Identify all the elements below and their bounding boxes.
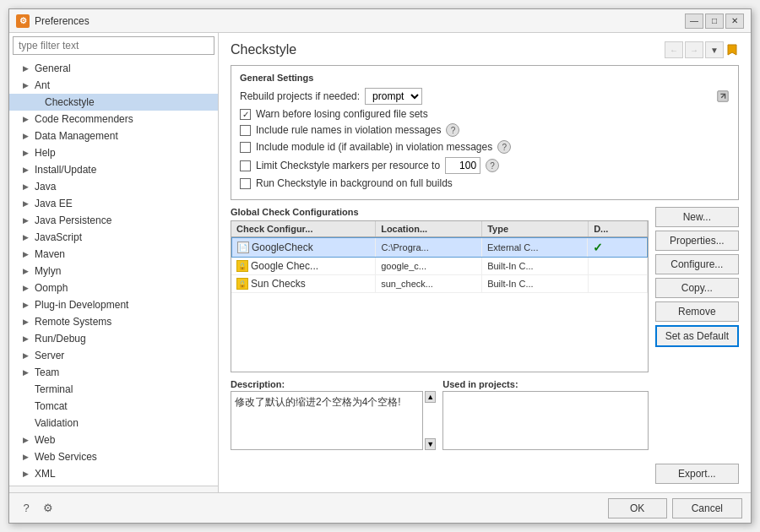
rule-names-checkbox[interactable] xyxy=(240,125,251,136)
arrow-icon: ▶ xyxy=(23,284,31,292)
cancel-button[interactable]: Cancel xyxy=(672,498,742,518)
cell-name: 🔒 Sun Checks xyxy=(231,275,376,292)
cell-type: External C... xyxy=(482,238,588,257)
help-button[interactable]: ? xyxy=(18,500,35,517)
set-as-default-button[interactable]: Set as Default xyxy=(655,325,739,347)
rebuild-select[interactable]: prompt always never xyxy=(365,88,422,105)
maximize-button[interactable]: □ xyxy=(705,14,724,29)
limit-input[interactable] xyxy=(445,157,480,174)
sidebar-item-terminal[interactable]: Terminal xyxy=(9,381,218,398)
sidebar-item-remote-systems[interactable]: ▶ Remote Systems xyxy=(9,313,218,330)
arrow-icon: ▶ xyxy=(23,250,31,258)
global-config-section: Global Check Configurations Check Config… xyxy=(231,207,739,484)
arrow-icon: ▶ xyxy=(23,233,31,242)
sidebar-item-install-update[interactable]: ▶ Install/Update xyxy=(9,161,218,178)
sidebar-item-xml[interactable]: ▶ XML xyxy=(9,465,218,482)
sidebar-item-javascript[interactable]: ▶ JavaScript xyxy=(9,229,218,246)
ok-button[interactable]: OK xyxy=(608,498,667,518)
sidebar-item-label: Plug-in Development xyxy=(35,299,128,311)
sidebar-item-run-debug[interactable]: ▶ Run/Debug xyxy=(9,330,218,347)
back-button[interactable]: ← xyxy=(665,41,683,58)
sidebar-item-oomph[interactable]: ▶ Oomph xyxy=(9,280,218,296)
sidebar-item-data-management[interactable]: ▶ Data Management xyxy=(9,128,218,144)
sidebar-item-java-persistence[interactable]: ▶ Java Persistence xyxy=(9,212,218,229)
close-button[interactable]: ✕ xyxy=(725,14,744,29)
description-text[interactable]: 修改了默认的缩进2个空格为4个空格! xyxy=(231,391,423,450)
content-area: Checkstyle ← → ▼ General Settings Rebuil… xyxy=(219,33,751,492)
limit-checkbox[interactable] xyxy=(240,160,251,171)
sidebar-item-label: JavaScript xyxy=(35,231,82,243)
arrow-icon: ▶ xyxy=(23,334,31,343)
sidebar-item-team[interactable]: ▶ Team xyxy=(9,364,218,381)
table-row[interactable]: 🔒 Sun Checks sun_check... Built-In C... xyxy=(231,275,648,293)
warn-checkbox[interactable] xyxy=(240,109,251,120)
sidebar-item-mylyn[interactable]: ▶ Mylyn xyxy=(9,263,218,280)
external-link-icon[interactable] xyxy=(716,90,730,103)
sidebar-item-checkstyle[interactable]: Checkstyle xyxy=(9,94,218,111)
bookmark-icon[interactable] xyxy=(725,43,739,57)
sidebar-item-label: General xyxy=(35,62,71,74)
warn-label: Warn before losing configured file sets xyxy=(256,108,428,120)
cell-location: sun_check... xyxy=(376,275,482,292)
sidebar-item-label: Checkstyle xyxy=(45,96,95,108)
sidebar-item-web[interactable]: ▶ Web xyxy=(9,432,218,448)
help-icon-module[interactable]: ? xyxy=(497,140,511,154)
sidebar-item-label: Java xyxy=(35,181,56,193)
dropdown-button[interactable]: ▼ xyxy=(705,41,724,58)
table-row[interactable]: 🔒 Google Chec... google_c... Built-In C.… xyxy=(231,258,648,275)
used-in-projects-box xyxy=(442,391,648,450)
scroll-down[interactable]: ▼ xyxy=(425,438,436,450)
titlebar-controls: — □ ✕ xyxy=(685,14,744,29)
forward-button[interactable]: → xyxy=(685,41,703,58)
description-label: Description: xyxy=(231,379,436,389)
sidebar-item-label: Team xyxy=(35,366,59,378)
export-button[interactable]: Export... xyxy=(655,464,739,484)
sidebar-item-tomcat[interactable]: Tomcat xyxy=(9,398,218,415)
global-config-title: Global Check Configurations xyxy=(231,207,649,217)
sidebar-item-web-services[interactable]: ▶ Web Services xyxy=(9,448,218,465)
sidebar-item-validation[interactable]: Validation xyxy=(9,415,218,432)
minimize-button[interactable]: — xyxy=(685,14,703,29)
filter-input[interactable] xyxy=(13,36,214,55)
arrow-icon: ▶ xyxy=(23,368,31,377)
rebuild-label: Rebuild projects if needed: xyxy=(240,90,360,102)
help-icon-rule[interactable]: ? xyxy=(446,123,459,137)
cell-name: 🔒 Google Chec... xyxy=(231,258,376,274)
new-button[interactable]: New... xyxy=(655,207,739,227)
file-icon: 📄 xyxy=(237,242,249,253)
sidebar-item-label: Help xyxy=(35,147,56,159)
arrow-icon xyxy=(33,98,41,106)
sidebar-item-code-recommenders[interactable]: ▶ Code Recommenders xyxy=(9,111,218,128)
arrow-icon: ▶ xyxy=(23,436,31,444)
remove-button[interactable]: Remove xyxy=(655,301,739,322)
sidebar-item-java-ee[interactable]: ▶ Java EE xyxy=(9,195,218,212)
arrow-icon: ▶ xyxy=(23,216,31,225)
module-id-checkbox[interactable] xyxy=(240,142,251,153)
sidebar-item-plugin-development[interactable]: ▶ Plug-in Development xyxy=(9,296,218,313)
arrow-icon: ▶ xyxy=(23,132,31,140)
settings-icon[interactable]: ⚙ xyxy=(40,500,57,517)
col-type: Type xyxy=(482,221,589,236)
description-area: Description: 修改了默认的缩进2个空格为4个空格! ▲ ▼ xyxy=(231,379,436,450)
table-header: Check Configur... Location... Type D... xyxy=(231,221,648,237)
configure-button[interactable]: Configure... xyxy=(655,254,739,274)
sidebar-item-maven[interactable]: ▶ Maven xyxy=(9,246,218,263)
table-row[interactable]: 📄 GoogleCheck C:\Progra... External C...… xyxy=(231,237,648,258)
sidebar-item-java[interactable]: ▶ Java xyxy=(9,178,218,195)
background-checkbox[interactable] xyxy=(240,178,251,189)
scroll-up[interactable]: ▲ xyxy=(425,391,436,403)
sidebar-item-label: Code Recommenders xyxy=(35,113,133,125)
sidebar-item-general[interactable]: ▶ General xyxy=(9,60,218,77)
page-title: Checkstyle xyxy=(231,42,296,57)
sidebar-item-label: Server xyxy=(35,350,64,361)
properties-button[interactable]: Properties... xyxy=(655,231,739,251)
sidebar-item-ant[interactable]: ▶ Ant xyxy=(9,77,218,94)
titlebar-left: ⚙ Preferences xyxy=(16,14,90,28)
sidebar-item-server[interactable]: ▶ Server xyxy=(9,347,218,364)
cell-default: ✓ xyxy=(588,238,646,257)
arrow-icon xyxy=(23,385,31,394)
window-title: Preferences xyxy=(35,15,90,27)
sidebar-item-help[interactable]: ▶ Help xyxy=(9,144,218,161)
copy-button[interactable]: Copy... xyxy=(655,278,739,298)
help-icon-limit[interactable]: ? xyxy=(486,159,499,172)
